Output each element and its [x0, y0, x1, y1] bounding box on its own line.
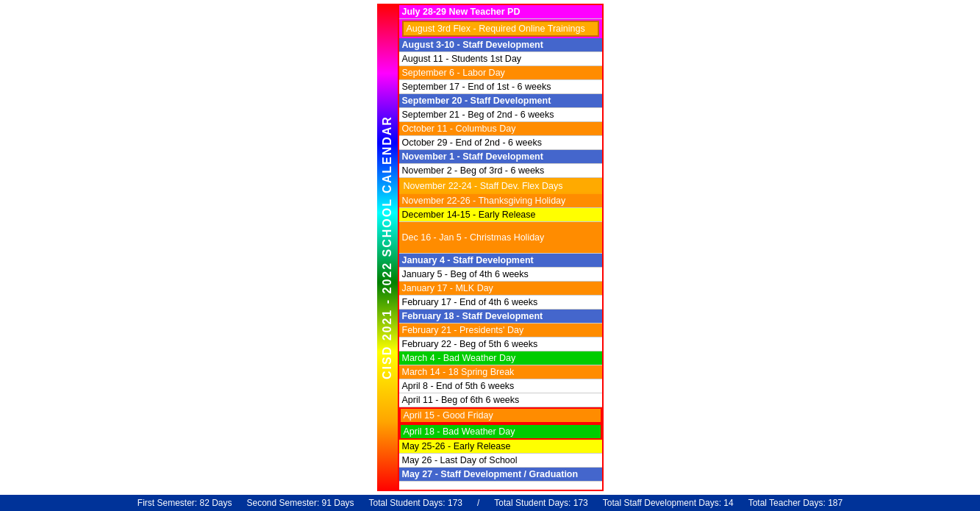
calendar-list: July 28-29 New Teacher PDAugust 3rd Flex…	[398, 4, 604, 491]
list-item: May 27 - Staff Development / Graduation	[399, 468, 602, 482]
list-item: April 15 - Good Friday	[399, 407, 602, 424]
list-item: August 3rd Flex - Required Online Traini…	[399, 19, 602, 38]
list-item: March 4 - Bad Weather Day	[399, 351, 602, 365]
list-item: August 3-10 - Staff Development	[399, 38, 602, 52]
list-item: September 6 - Labor Day	[399, 66, 602, 80]
list-item: February 17 - End of 4th 6 weeks	[399, 296, 602, 310]
sidebar-label: CISD 2021 - 2022 SCHOOL CALENDAR	[377, 4, 398, 491]
list-item: January 5 - Beg of 4th 6 weeks	[399, 268, 602, 282]
list-item: September 20 - Staff Development	[399, 94, 602, 108]
first-semester: First Semester: 82 Days	[137, 498, 232, 508]
total-teacher-days: Total Teacher Days: 187	[748, 498, 843, 508]
list-item: January 4 - Staff Development	[399, 254, 602, 268]
list-item: February 18 - Staff Development	[399, 310, 602, 324]
list-item: August 11 - Students 1st Day	[399, 52, 602, 66]
list-item: April 18 - Bad Weather Day	[399, 424, 602, 440]
list-item: February 21 - Presidents' Day	[399, 324, 602, 337]
total-staff-days: Total Staff Development Days: 14	[603, 498, 734, 508]
list-item: October 29 - End of 2nd - 6 weeks	[399, 136, 602, 150]
list-item: November 22-26 - Thanksgiving Holiday	[399, 194, 602, 208]
list-item: September 21 - Beg of 2nd - 6 weeks	[399, 108, 602, 122]
list-item: April 11 - Beg of 6th 6 weeks	[399, 393, 602, 407]
list-item: May 25-26 - Early Release	[399, 440, 602, 454]
list-item: January 17 - MLK Day	[399, 282, 602, 296]
list-item: November 1 - Staff Development	[399, 150, 602, 164]
list-item: March 14 - 18 Spring Break	[399, 365, 602, 379]
total-student-days-1: Total Student Days: 173	[369, 498, 462, 508]
calendar-area: CISD 2021 - 2022 SCHOOL CALENDAR July 28…	[0, 0, 980, 495]
list-item: February 22 - Beg of 5th 6 weeks	[399, 337, 602, 351]
list-item: Dec 16 - Jan 5 - Christmas Holiday	[399, 222, 602, 254]
list-item: November 2 - Beg of 3rd - 6 weeks	[399, 164, 602, 178]
list-item: October 11 - Columbus Day	[399, 122, 602, 136]
list-item: May 26 - Last Day of School	[399, 454, 602, 468]
list-item: July 28-29 New Teacher PD	[399, 5, 602, 19]
list-item: December 14-15 - Early Release	[399, 208, 602, 222]
second-semester: Second Semester: 91 Days	[247, 498, 354, 508]
footer-bar: First Semester: 82 Days Second Semester:…	[0, 495, 980, 511]
separator: /	[477, 498, 479, 508]
main-container: CISD 2021 - 2022 SCHOOL CALENDAR July 28…	[0, 0, 980, 511]
list-item: September 17 - End of 1st - 6 weeks	[399, 80, 602, 94]
list-item: April 8 - End of 5th 6 weeks	[399, 379, 602, 393]
total-student-days-2: Total Student Days: 173	[494, 498, 587, 508]
list-item: November 22-24 - Staff Dev. Flex Days	[399, 178, 602, 194]
